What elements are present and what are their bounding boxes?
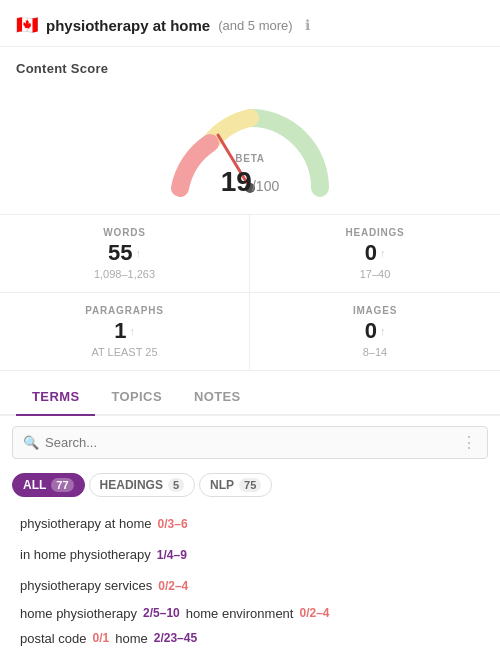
pill-all-badge: 77	[51, 478, 73, 492]
flag-icon: 🇨🇦	[16, 14, 38, 36]
stat-words-label: WORDS	[16, 227, 233, 238]
stat-words: WORDS 55 ↑ 1,098–1,263	[0, 215, 250, 292]
stat-images-label: IMAGES	[266, 305, 484, 316]
term-name: physiotherapy at home	[20, 516, 152, 531]
gauge-section: BETA 19/100	[0, 80, 500, 214]
gauge-center-text: BETA 19/100	[221, 153, 279, 198]
term-name: home environment	[186, 606, 294, 621]
stats-grid: WORDS 55 ↑ 1,098–1,263 HEADINGS 0 ↑ 17–4…	[0, 214, 500, 371]
pill-all[interactable]: ALL 77	[12, 473, 85, 497]
stat-images-arrow: ↑	[380, 325, 386, 337]
search-input[interactable]	[45, 435, 461, 450]
term-name: in home physiotherapy	[20, 547, 151, 562]
search-icon: 🔍	[23, 435, 39, 450]
stat-paragraphs: PARAGRAPHS 1 ↑ AT LEAST 25	[0, 292, 250, 370]
terms-list: physiotherapy at home 0/3–6 in home phys…	[0, 505, 500, 654]
header-more-label: (and 5 more)	[218, 18, 292, 33]
pill-nlp[interactable]: NLP 75	[199, 473, 272, 497]
gauge-score-number: 19	[221, 166, 252, 197]
list-item[interactable]: physiotherapy services 0/2–4	[12, 571, 488, 600]
term-count: 2/23–45	[154, 631, 197, 646]
stat-paragraphs-range: AT LEAST 25	[16, 346, 233, 358]
tab-topics[interactable]: TOPICS	[95, 379, 178, 414]
pill-nlp-label: NLP	[210, 478, 234, 492]
stat-words-value: 55 ↑	[16, 240, 233, 266]
filter-pills: ALL 77 HEADINGS 5 NLP 75	[0, 469, 500, 505]
term-count: 0/1	[93, 631, 110, 646]
search-bar: 🔍 ⋮	[12, 426, 488, 459]
stat-paragraphs-label: PARAGRAPHS	[16, 305, 233, 316]
term-name: physiotherapy services	[20, 578, 152, 593]
page-title: physiotherapy at home	[46, 17, 210, 34]
list-item[interactable]: postal code 0/1 home 2/23–45	[12, 627, 488, 650]
stat-headings-range: 17–40	[266, 268, 484, 280]
list-item[interactable]: in home physiotherapy 1/4–9	[12, 540, 488, 569]
tab-terms[interactable]: TERMS	[16, 379, 95, 414]
info-icon[interactable]: ℹ	[305, 17, 310, 33]
tab-notes[interactable]: NOTES	[178, 379, 257, 414]
stat-paragraphs-value: 1 ↑	[16, 318, 233, 344]
stat-paragraphs-number: 1	[114, 318, 126, 344]
tabs-bar: TERMS TOPICS NOTES	[0, 379, 500, 416]
term-name: postal code	[20, 631, 87, 646]
gauge-beta-label: BETA	[221, 153, 279, 164]
pill-nlp-badge: 75	[239, 478, 261, 492]
stat-paragraphs-arrow: ↑	[129, 325, 135, 337]
pill-headings[interactable]: HEADINGS 5	[89, 473, 195, 497]
stat-headings-arrow: ↑	[380, 247, 386, 259]
stat-headings-label: HEADINGS	[266, 227, 484, 238]
pill-headings-label: HEADINGS	[100, 478, 163, 492]
term-name: home physiotherapy	[20, 606, 137, 621]
term-count: 0/3–6	[158, 517, 188, 531]
stat-images: IMAGES 0 ↑ 8–14	[250, 292, 500, 370]
list-item[interactable]: physiotherapy at home 0/3–6	[12, 509, 488, 538]
stat-images-range: 8–14	[266, 346, 484, 358]
term-count: 1/4–9	[157, 548, 187, 562]
term-count: 2/5–10	[143, 606, 180, 621]
gauge-total: /100	[252, 178, 279, 194]
pill-headings-badge: 5	[168, 478, 184, 492]
term-count: 0/2–4	[158, 579, 188, 593]
gauge-score: 19/100	[221, 166, 279, 197]
stat-words-range: 1,098–1,263	[16, 268, 233, 280]
stat-words-number: 55	[108, 240, 132, 266]
header: 🇨🇦 physiotherapy at home (and 5 more) ℹ	[0, 0, 500, 47]
pill-all-label: ALL	[23, 478, 46, 492]
list-item[interactable]: home physiotherapy 2/5–10 home environme…	[12, 602, 488, 625]
stat-headings: HEADINGS 0 ↑ 17–40	[250, 215, 500, 292]
search-options-icon[interactable]: ⋮	[461, 433, 477, 452]
stat-images-number: 0	[365, 318, 377, 344]
term-count: 0/2–4	[299, 606, 329, 621]
gauge-wrapper: BETA 19/100	[150, 88, 350, 198]
stat-images-value: 0 ↑	[266, 318, 484, 344]
stat-headings-value: 0 ↑	[266, 240, 484, 266]
content-score-label: Content Score	[0, 47, 500, 80]
term-name: home	[115, 631, 148, 646]
stat-words-arrow: ↑	[135, 247, 141, 259]
stat-headings-number: 0	[365, 240, 377, 266]
